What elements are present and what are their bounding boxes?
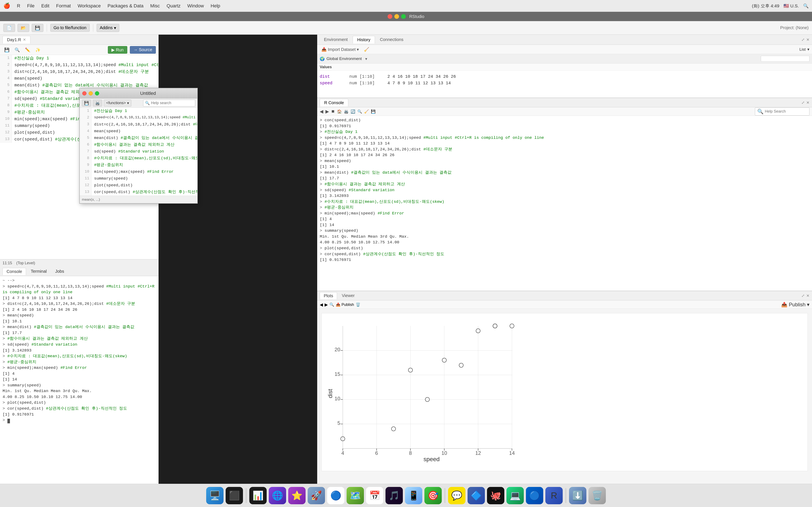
dock-visual-icon[interactable]: 🔷 [467,487,485,504]
menu-r[interactable]: R [17,3,20,9]
console-fwd-btn[interactable]: ▶ [325,109,329,114]
new-file-button[interactable]: 📄 [3,24,15,32]
tab-r-console[interactable]: R Console [320,99,348,107]
publish-btn[interactable]: 📤 Publish ▾ [781,302,809,307]
list-chevron-icon: ▾ [807,47,809,52]
editor-tab-close-icon[interactable]: ✕ [23,38,26,42]
menu-window[interactable]: Window [187,3,204,9]
dock-rocket-icon[interactable]: 🚀 [308,487,325,504]
save-button[interactable]: 💾 [32,24,43,32]
run-button[interactable]: ▶ Run [108,46,127,54]
editor-toolbar: 💾 🔍 ✏️ ✨ ▶ Run → Source [0,45,158,55]
expand-icon[interactable]: ⤢ [801,38,805,42]
collapse-plot-icon[interactable]: ✕ [806,293,809,298]
collapse-console-icon[interactable]: ✕ [806,100,809,105]
dock-launchpad-icon[interactable]: ⭐ [288,487,306,504]
edit-button[interactable]: ✏️ [23,47,32,53]
dock-trash-icon[interactable]: 🗑️ [589,487,606,504]
r-console-output[interactable]: > con(speed_dist) [1] 0.9176971 > #전산실습 … [317,116,812,291]
apple-menu[interactable]: 🍎 [3,3,10,9]
dock-facetime-icon[interactable]: 🎯 [424,487,442,504]
untitled-help-search[interactable]: 🔍 [143,100,195,107]
env-search-box[interactable] [761,56,809,62]
open-file-button[interactable]: 📂 [17,24,29,32]
menu-misc[interactable]: Misc [150,3,160,9]
console-back-btn[interactable]: ◀ [320,109,323,114]
collapse-icon[interactable]: ✕ [806,38,809,42]
tab-plots[interactable]: Plots [320,292,337,299]
menu-file[interactable]: File [27,3,35,9]
magic-button[interactable]: ✨ [34,47,42,53]
menu-format[interactable]: Format [56,3,71,9]
help-search-input[interactable] [151,101,193,105]
menu-workspace[interactable]: Workspace [78,3,101,9]
dock-webstorm-icon[interactable]: 🔵 [526,487,543,504]
console-home-btn[interactable]: 🏠 [337,109,342,114]
menu-quartz[interactable]: Quartz [167,3,181,9]
dock-chrome-icon[interactable]: 🔵 [327,487,345,504]
console-help-search-input[interactable] [765,109,807,114]
console-bottom-content[interactable]: ~ --> > speed=c(4,7,8,9,10,11,12,13,13,1… [0,276,158,484]
find-button[interactable]: 🔍 [13,47,21,53]
minimize-button[interactable] [394,14,399,19]
untitled-maximize-button[interactable] [95,91,99,96]
dock-kakao-icon[interactable]: 💬 [448,487,465,504]
addins-button[interactable]: Addins ▾ [97,24,119,32]
dock-r-icon[interactable]: R [545,487,563,504]
tab-console[interactable]: Console [3,268,26,275]
dock-terminal-icon[interactable]: ⬛ [225,487,243,504]
dock-calendar-icon[interactable]: 📅 [366,487,384,504]
untitled-code-area[interactable]: 1 #전산실습 Day 1 2 speed=c(4,7,8,9,10,11,12… [80,108,197,195]
functions-dropdown[interactable]: <functions> ▾ [104,100,131,107]
menu-edit[interactable]: Edit [41,3,49,9]
search-icon[interactable]: 🔍 [803,3,809,8]
plot-delete-btn[interactable]: 🗑️ [356,302,360,307]
console-zoom-btn[interactable]: 🔍 [357,109,362,114]
dock-music-icon[interactable]: 🎵 [386,487,403,504]
tab-history[interactable]: History [353,36,375,44]
go-to-file-button[interactable]: Go to file/function [50,24,90,32]
untitled-close-button[interactable] [82,91,87,96]
plot-fwd-btn[interactable]: ▶ [324,302,328,307]
tab-environment[interactable]: Environment [320,36,352,43]
tab-viewer[interactable]: Viewer [338,292,358,299]
env-clear-button[interactable]: 🧹 [362,46,371,53]
close-button[interactable] [388,14,392,19]
source-button[interactable]: → Source [130,46,156,54]
dock-appstore-icon[interactable]: 📱 [405,487,422,504]
untitled-print-btn[interactable]: 🖨️ [93,100,102,107]
plot-export-btn[interactable]: 📤 Publish [336,302,354,307]
console-refresh-btn[interactable]: 🔄 [351,109,355,114]
environment-section: Environment History Connections ⤢ ✕ 📥 Im… [317,35,812,98]
tab-terminal[interactable]: Terminal [27,268,51,275]
menu-help[interactable]: Help [211,3,220,9]
console-print-btn[interactable]: 🖨️ [344,109,349,114]
editor-tab-day1r[interactable]: Day1.R ✕ [3,36,31,44]
dock-downloads-icon[interactable]: ⬇️ [569,487,587,504]
console-broom-btn[interactable]: 🧹 [364,109,369,114]
console-prompt[interactable]: > [3,417,156,424]
expand-plot-icon[interactable]: ⤢ [801,293,805,298]
menu-packages[interactable]: Packages & Data [108,3,144,9]
dock-siri-icon[interactable]: 🌐 [269,487,286,504]
plot-zoom-btn[interactable]: 🔍 [329,302,334,307]
help-search-toolbar[interactable]: 🔍 [755,108,809,116]
global-env-chevron[interactable]: ▾ [365,56,367,61]
tab-jobs[interactable]: Jobs [51,268,68,275]
dock-maps-icon[interactable]: 🗺️ [347,487,364,504]
dock-pycharm-icon[interactable]: 💻 [506,487,524,504]
maximize-button[interactable] [401,14,406,19]
untitled-minimize-button[interactable] [89,91,93,96]
env-search-input[interactable] [761,56,809,62]
dock-github-icon[interactable]: 🐙 [487,487,504,504]
plot-back-btn[interactable]: ◀ [320,302,323,307]
console-save2-btn[interactable]: 💾 [371,109,375,114]
save-editor-button[interactable]: 💾 [3,47,11,53]
import-dataset-button[interactable]: 📥 Import Dataset ▾ [320,46,361,53]
dock-activity-icon[interactable]: 📊 [249,487,267,504]
expand-console-icon[interactable]: ⤢ [801,100,805,105]
console-stop-btn[interactable]: ⏹ [331,109,335,114]
dock-finder-icon[interactable]: 🖥️ [206,487,223,504]
tab-connections[interactable]: Connections [376,36,408,43]
untitled-save-btn[interactable]: 💾 [82,100,91,107]
